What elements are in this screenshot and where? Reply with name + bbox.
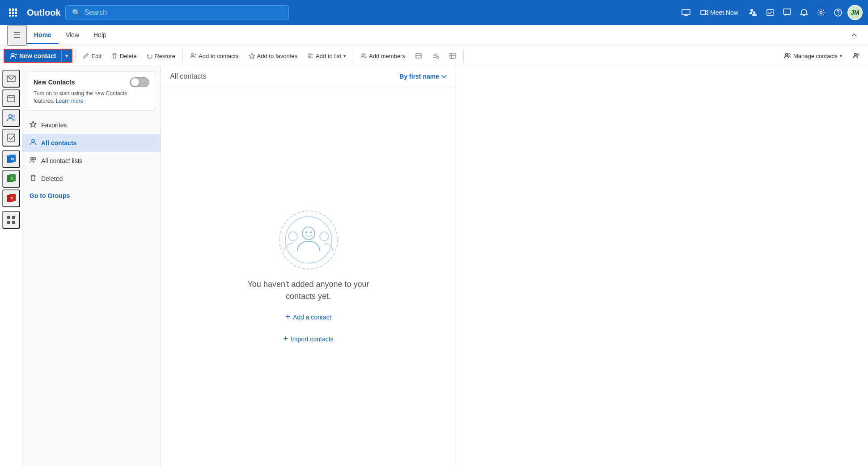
svg-rect-6 — [9, 15, 11, 17]
edit-button[interactable]: Edit — [78, 50, 106, 62]
svg-point-35 — [788, 54, 790, 55]
help-icon-button[interactable] — [830, 6, 846, 19]
new-contact-label: New contact — [19, 52, 56, 59]
empty-state: You haven't added anyone to your contact… — [161, 87, 456, 466]
nav-excel-icon[interactable]: X — [2, 170, 20, 188]
favorites-icon — [30, 121, 37, 130]
sidebar-item-all-contact-lists[interactable]: All contact lists — [22, 152, 161, 170]
icon-btn-2[interactable] — [428, 50, 444, 62]
meet-now-button[interactable]: Meet Now — [696, 6, 743, 19]
tab-help[interactable]: Help — [86, 27, 114, 44]
icon-btn-3[interactable] — [445, 50, 461, 62]
svg-rect-1 — [12, 8, 14, 11]
svg-rect-55 — [7, 216, 10, 219]
ribbon-tabs: ☰ Home View Help — [0, 25, 868, 46]
hamburger-menu-button[interactable]: ☰ — [7, 25, 27, 46]
nav-people-icon[interactable] — [2, 109, 20, 127]
svg-rect-45 — [8, 134, 15, 141]
restore-button[interactable]: Restore — [142, 50, 180, 62]
sidebar-item-all-contacts[interactable]: All contacts — [22, 134, 161, 152]
add-to-list-button[interactable]: Add to list ▾ — [303, 50, 350, 62]
deleted-icon — [30, 174, 37, 183]
add-to-favorites-button[interactable]: Add to favorites — [244, 50, 302, 62]
feedback-icon-button[interactable] — [779, 6, 795, 19]
search-box: 🔍 — [65, 5, 289, 20]
toggle-knob — [131, 78, 139, 86]
sidebar-item-deleted[interactable]: Deleted — [22, 170, 161, 188]
ribbon: ☰ Home View Help New contact ▾ — [0, 25, 868, 66]
new-contacts-description: Turn on to start using the new Contacts … — [34, 90, 149, 105]
svg-point-66 — [288, 232, 297, 241]
svg-point-44 — [12, 115, 14, 118]
svg-point-65 — [302, 227, 315, 239]
app-title: Outlook — [27, 8, 61, 18]
icon-btn-1[interactable] — [411, 50, 427, 62]
svg-point-64 — [285, 217, 332, 263]
svg-point-26 — [309, 56, 310, 58]
teams-icon-button[interactable] — [745, 5, 761, 20]
sort-button[interactable]: By first name — [399, 73, 447, 80]
add-contact-button[interactable]: + Add a contact — [285, 310, 331, 324]
manage-contacts-arrow: ▾ — [840, 54, 842, 59]
go-to-groups-link[interactable]: Go to Groups — [22, 188, 161, 204]
empty-illustration — [277, 209, 340, 271]
svg-point-15 — [820, 12, 822, 14]
meet-now-label: Meet Now — [710, 9, 738, 16]
tab-home[interactable]: Home — [27, 27, 59, 44]
all-contacts-icon — [30, 139, 37, 147]
svg-marker-24 — [249, 53, 254, 59]
import-contacts-button[interactable]: + Import contacts — [283, 332, 333, 346]
todo-icon-button[interactable] — [762, 6, 778, 19]
avatar[interactable]: JM — [847, 5, 863, 20]
manage-contacts-button[interactable]: Manage contacts ▾ — [779, 50, 847, 62]
svg-rect-14 — [783, 9, 791, 14]
waffle-menu-button[interactable] — [5, 6, 21, 19]
nav-calendar-icon[interactable] — [2, 89, 20, 107]
nav-word-icon[interactable]: W — [2, 150, 20, 168]
svg-rect-39 — [8, 96, 15, 102]
nav-powerpoint-icon[interactable]: P — [2, 189, 20, 207]
contacts-header: All contacts By first name — [161, 66, 456, 87]
nav-tasks-icon[interactable] — [2, 129, 20, 147]
svg-point-18 — [12, 53, 14, 56]
svg-rect-13 — [767, 9, 773, 16]
svg-point-61 — [31, 157, 33, 160]
new-contacts-toggle[interactable] — [130, 77, 149, 87]
svg-point-21 — [191, 54, 194, 56]
svg-rect-7 — [12, 15, 14, 17]
new-contacts-title: New Contacts — [34, 77, 149, 87]
learn-more-link[interactable]: Learn more — [56, 98, 83, 104]
notification-icon-button[interactable] — [796, 6, 812, 19]
add-members-button[interactable]: Add members — [356, 50, 410, 62]
share-contacts-button[interactable] — [848, 50, 864, 62]
monitor-icon-button[interactable] — [678, 6, 694, 19]
import-icon: + — [283, 334, 288, 344]
new-contact-dropdown-button[interactable]: ▾ — [61, 50, 72, 62]
settings-icon-button[interactable] — [813, 6, 829, 19]
new-contact-main-button[interactable]: New contact — [4, 50, 61, 62]
sidebar-item-favorites[interactable]: Favorites — [22, 116, 161, 134]
sidebar: New Contacts Turn on to start using the … — [22, 66, 161, 466]
main-layout: W X P — [0, 66, 868, 466]
svg-point-27 — [362, 54, 364, 55]
top-bar: Outlook 🔍 Meet Now — [0, 0, 868, 25]
svg-point-67 — [320, 232, 329, 241]
search-icon: 🔍 — [72, 8, 81, 17]
delete-button[interactable]: Delete — [107, 50, 141, 62]
svg-rect-33 — [450, 53, 455, 59]
nav-apps-icon[interactable] — [2, 211, 20, 229]
contact-lists-icon — [30, 156, 37, 165]
svg-point-32 — [436, 56, 439, 59]
svg-text:X: X — [11, 176, 13, 181]
search-input[interactable] — [85, 8, 282, 17]
tab-view[interactable]: View — [59, 27, 86, 44]
add-to-contacts-button[interactable]: Add to contacts — [186, 50, 243, 62]
ribbon-collapse-button[interactable] — [847, 29, 861, 41]
svg-text:P: P — [11, 196, 13, 200]
new-contact-button-wrapper: New contact ▾ — [4, 49, 72, 63]
svg-rect-12 — [701, 10, 706, 15]
svg-point-36 — [855, 54, 857, 56]
nav-mail-icon[interactable] — [2, 70, 20, 88]
svg-point-17 — [838, 15, 838, 15]
add-to-list-dropdown-arrow: ▾ — [343, 54, 346, 59]
